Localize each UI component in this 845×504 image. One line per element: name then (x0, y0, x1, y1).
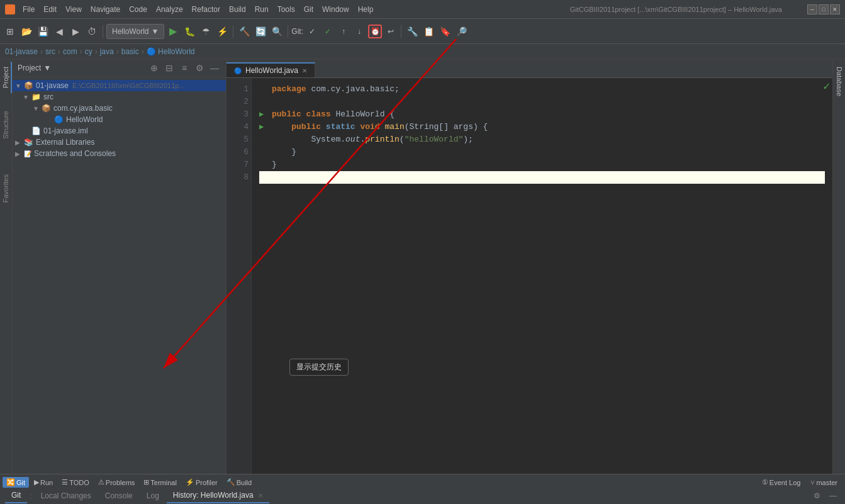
minimize-button[interactable]: ─ (807, 4, 817, 14)
search-everywhere[interactable]: 🔍 (269, 24, 284, 39)
git-revert-button[interactable]: ↩ (384, 25, 398, 38)
tree-root[interactable]: ▼ 📦 01-javase E:\CGB2011III\xm\GitCGBIII… (13, 80, 226, 91)
tab-console[interactable]: Console (99, 489, 139, 503)
coverage-button[interactable]: ☂ (198, 24, 213, 39)
profiler-icon: ⚡ (186, 478, 194, 486)
recent-button[interactable]: ⏱ (84, 24, 99, 39)
profiler-tool-button[interactable]: ⚡ Profiler (182, 477, 221, 488)
sync-button[interactable]: 🔄 (253, 24, 268, 39)
menu-window[interactable]: Window (318, 4, 353, 15)
code-editor[interactable]: 1 2 3 4 5 6 7 8 package com.cy.java.basi… (227, 78, 832, 485)
menu-tools[interactable]: Tools (274, 4, 299, 15)
sort-icon[interactable]: ≡ (178, 62, 191, 74)
back-button[interactable]: ◀ (52, 24, 67, 39)
terminal-tool-button[interactable]: ⊞ Terminal (140, 477, 181, 488)
bc-cy[interactable]: cy (85, 47, 92, 56)
java-file-icon: 🔵 (54, 115, 64, 124)
vcs-log-button[interactable]: 📋 (421, 24, 436, 39)
todo-tool-button[interactable]: ☰ TODO (58, 477, 93, 488)
close-panel-icon[interactable]: — (208, 62, 221, 74)
code-line-4: ▶ public static void main(String[] args)… (259, 121, 825, 133)
settings-gear-button[interactable]: ⚙ (810, 489, 824, 503)
tab-git[interactable]: Git (5, 488, 27, 503)
close-bottom-button[interactable]: — (826, 489, 840, 503)
tree-scratches[interactable]: ▶ 📝 Scratches and Consoles (13, 148, 226, 159)
code-line-1: package com.cy.java.basic; (259, 83, 825, 96)
open-button[interactable]: 📂 (19, 24, 34, 39)
editor-checkmark: ✓ (823, 81, 830, 93)
tree-package[interactable]: ▼ 📦 com.cy.java.basic (13, 103, 226, 114)
menu-help[interactable]: Help (354, 4, 378, 15)
git-label: Git: (291, 27, 303, 36)
menu-run[interactable]: Run (251, 4, 272, 15)
menu-refactor[interactable]: Refactor (188, 4, 224, 15)
new-file-button[interactable]: ⊞ (3, 24, 18, 39)
project-tab-button[interactable]: Project (1, 62, 12, 93)
menu-git[interactable]: Git (300, 4, 317, 15)
src-folder-icon: 📁 (31, 92, 41, 101)
event-log-num: ① (762, 478, 768, 486)
build-tool-label: Build (237, 479, 252, 486)
git-history-button[interactable]: ⏰ (368, 25, 382, 38)
close-button[interactable]: ✕ (830, 4, 840, 14)
tab-history[interactable]: History: HelloWorld.java ✕ (167, 488, 269, 503)
forward-button[interactable]: ▶ (68, 24, 83, 39)
tree-iml[interactable]: 📄 01-javase.iml (13, 125, 226, 137)
code-content[interactable]: package com.cy.java.basic; ▶ public clas… (252, 78, 832, 485)
build-tool-icon: 🔨 (227, 478, 235, 486)
history-tab-close[interactable]: ✕ (258, 492, 263, 499)
debug-button[interactable]: 🐛 (182, 24, 197, 39)
database-tab-button[interactable]: Database (834, 62, 844, 101)
tab-local-changes[interactable]: Local Changes (35, 489, 98, 503)
menu-code[interactable]: Code (125, 4, 151, 15)
run-button[interactable]: ▶ (165, 24, 181, 39)
find-usages-button[interactable]: 🔎 (454, 24, 469, 39)
bc-basic[interactable]: basic (121, 47, 139, 56)
run-tool-button[interactable]: ▶ Run (30, 477, 57, 488)
menu-file[interactable]: File (19, 4, 38, 15)
run-config-dropdown[interactable]: HelloWorld ▼ (106, 24, 164, 39)
git-update-button[interactable]: ✓ (305, 25, 319, 38)
maximize-button[interactable]: □ (819, 4, 829, 14)
menu-view[interactable]: View (62, 4, 86, 15)
menu-build[interactable]: Build (225, 4, 250, 15)
external-libs-label: External Libraries (36, 138, 94, 147)
tab-filename: HelloWorld.java (245, 66, 298, 75)
problems-tool-button[interactable]: ⚠ Problems (94, 477, 138, 488)
bc-com[interactable]: com (63, 47, 77, 56)
settings-button[interactable]: 🔧 (405, 24, 420, 39)
add-content-icon[interactable]: ⊕ (148, 62, 160, 74)
settings-icon[interactable]: ⚙ (193, 62, 206, 74)
bc-helloworld[interactable]: 🔵 HelloWorld (147, 47, 195, 56)
tab-close-button[interactable]: ✕ (302, 67, 307, 74)
bc-01-javase[interactable]: 01-javase (5, 47, 38, 56)
project-dropdown-icon[interactable]: ▼ (43, 64, 51, 72)
build-tool-button[interactable]: 🔨 Build (223, 477, 255, 488)
build-button[interactable]: 🔨 (237, 24, 252, 39)
bc-java[interactable]: java (100, 47, 114, 56)
git-tool-button[interactable]: 🔀 Git (3, 477, 29, 488)
favorites-tab-button[interactable]: Favorites (1, 169, 12, 208)
structure-tab-button[interactable]: Structure (1, 106, 12, 144)
git-push-button[interactable]: ↑ (337, 25, 350, 38)
right-sidebar: Database (832, 59, 845, 485)
save-button[interactable]: 💾 (35, 24, 50, 39)
event-log-item[interactable]: ① Event Log (758, 477, 805, 488)
menu-analyze[interactable]: Analyze (152, 4, 187, 15)
tree-src[interactable]: ▼ 📁 src (13, 91, 226, 103)
profile-button[interactable]: ⚡ (215, 24, 230, 39)
git-pull-button[interactable]: ↓ (352, 25, 366, 38)
run-gutter-4: ▶ (259, 121, 269, 133)
tab-log[interactable]: Log (140, 489, 165, 503)
bookmarks-button[interactable]: 🔖 (437, 24, 452, 39)
menu-edit[interactable]: Edit (40, 4, 60, 15)
git-commit-button[interactable]: ✓ (321, 25, 335, 38)
bc-src[interactable]: src (45, 47, 55, 56)
git-section: Git: ✓ ✓ ↑ ↓ ⏰ ↩ (291, 25, 398, 38)
tab-helloworld[interactable]: 🔵 HelloWorld.java ✕ (227, 62, 315, 77)
tree-external-libs[interactable]: ▶ 📚 External Libraries (13, 137, 226, 148)
tree-helloworld[interactable]: 🔵 HelloWorld (13, 114, 226, 125)
branch-indicator[interactable]: ⑂ master (805, 478, 842, 488)
collapse-all-icon[interactable]: ⊟ (163, 62, 176, 74)
menu-navigate[interactable]: Navigate (87, 4, 124, 15)
